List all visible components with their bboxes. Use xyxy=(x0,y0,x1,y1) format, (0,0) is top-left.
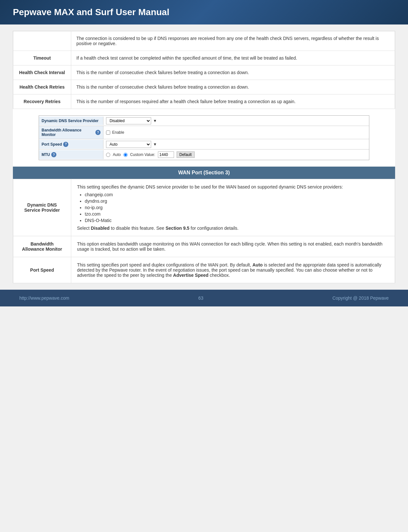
bandwidth-checkbox[interactable] xyxy=(106,131,110,135)
table-row: Recovery Retries This is the number of r… xyxy=(13,94,395,109)
mtu-help-icon[interactable]: ? xyxy=(51,152,56,157)
portspeed-select[interactable]: Auto xyxy=(106,141,151,148)
footer-page: 63 xyxy=(198,295,203,301)
main-label-portspeed: Port Speed xyxy=(13,257,71,283)
mtu-label-text: MTU xyxy=(42,152,50,157)
list-item: dyndns.org xyxy=(85,198,389,204)
dns-providers-list: changeip.com dyndns.org no-ip.org tzo.co… xyxy=(85,192,389,223)
main-table: Dynamic DNS Service Provider This settin… xyxy=(13,179,395,283)
page-header: Pepwave MAX and Surf User Manual xyxy=(0,0,408,24)
row-description: This is the number of consecutive check … xyxy=(71,65,395,80)
main-desc-bandwidth: This option enables bandwidth usage moni… xyxy=(71,236,395,257)
form-row-bandwidth: Bandwidth Allowance Monitor ? Enable xyxy=(39,126,369,139)
form-screenshot: Dynamic DNS Service Provider Disabled ▼ … xyxy=(39,115,369,160)
form-row-portspeed: Port Speed ? Auto ▼ xyxy=(39,139,369,150)
mtu-auto-radio[interactable] xyxy=(106,153,110,157)
table-row-portspeed: Port Speed This setting specifies port s… xyxy=(13,257,395,283)
section-title: WAN Port (Section 3) xyxy=(178,170,230,175)
footer-url: http://www.pepwave.com xyxy=(19,295,69,301)
page-footer: http://www.pepwave.com 63 Copyright @ 20… xyxy=(0,290,408,306)
top-table: The connection is considered to be up if… xyxy=(13,31,395,109)
bandwidth-label-text: Bandwidth Allowance Monitor xyxy=(42,128,94,137)
list-item: no-ip.org xyxy=(85,205,389,210)
row-label: Timeout xyxy=(13,51,71,65)
form-label-bandwidth: Bandwidth Allowance Monitor ? xyxy=(39,126,103,139)
row-label: Health Check Retries xyxy=(13,80,71,94)
mtu-radio-group: Auto Custom Value: Default xyxy=(106,151,195,158)
mtu-custom-input[interactable] xyxy=(158,151,174,158)
wan-port-section-header: WAN Port (Section 3) xyxy=(13,167,395,179)
portspeed-dropdown-icon: ▼ xyxy=(153,142,157,147)
top-section: The connection is considered to be up if… xyxy=(13,31,395,283)
row-description: This is the number of responses required… xyxy=(71,94,395,109)
table-row: The connection is considered to be up if… xyxy=(13,31,395,51)
form-label-mtu: MTU ? xyxy=(39,150,103,159)
ddns-select[interactable]: Disabled xyxy=(106,117,151,124)
page-title: Pepwave MAX and Surf User Manual xyxy=(13,7,395,17)
table-row-ddns: Dynamic DNS Service Provider This settin… xyxy=(13,179,395,236)
portspeed-help-icon[interactable]: ? xyxy=(63,142,68,147)
row-description: The connection is considered to be up if… xyxy=(71,31,395,51)
table-row: Timeout If a health check test cannot be… xyxy=(13,51,395,65)
bandwidth-help-icon[interactable]: ? xyxy=(95,130,101,135)
form-label-portspeed: Port Speed ? xyxy=(39,140,103,149)
mtu-default-button[interactable]: Default xyxy=(177,151,195,158)
form-row-mtu: MTU ? Auto Custom Value: Default xyxy=(39,150,369,160)
form-control-mtu: Auto Custom Value: Default xyxy=(103,150,369,159)
form-row-ddns: Dynamic DNS Service Provider Disabled ▼ xyxy=(39,116,369,126)
mtu-custom-radio[interactable] xyxy=(123,153,128,157)
table-row: Health Check Interval This is the number… xyxy=(13,65,395,80)
row-description: This is the number of consecutive check … xyxy=(71,80,395,94)
row-label xyxy=(13,31,71,51)
form-control-bandwidth: Enable xyxy=(103,129,369,136)
ddns-label-text: Dynamic DNS Service Provider xyxy=(42,119,99,123)
form-control-ddns: Disabled ▼ xyxy=(103,116,369,126)
mtu-custom-label: Custom Value: xyxy=(130,152,155,157)
main-desc-ddns: This setting specifies the dynamic DNS s… xyxy=(71,179,395,236)
row-label: Recovery Retries xyxy=(13,94,71,109)
mtu-auto-label: Auto xyxy=(113,152,121,157)
main-desc-portspeed: This setting specifies port speed and du… xyxy=(71,257,395,283)
list-item: tzo.com xyxy=(85,211,389,217)
row-label: Health Check Interval xyxy=(13,65,71,80)
list-item: DNS-O-Matic xyxy=(85,218,389,223)
main-label-ddns: Dynamic DNS Service Provider xyxy=(13,179,71,236)
ddns-dropdown-icon: ▼ xyxy=(153,119,157,123)
row-description: If a health check test cannot be complet… xyxy=(71,51,395,65)
list-item: changeip.com xyxy=(85,192,389,197)
table-row-bandwidth: Bandwidth Allowance Monitor This option … xyxy=(13,236,395,257)
main-label-bandwidth: Bandwidth Allowance Monitor xyxy=(13,236,71,257)
footer-copyright: Copyright @ 2018 Pepwave xyxy=(332,295,389,301)
portspeed-label-text: Port Speed xyxy=(42,142,62,147)
form-label-ddns: Dynamic DNS Service Provider xyxy=(39,117,103,125)
bandwidth-enable-label: Enable xyxy=(112,130,124,135)
form-control-portspeed: Auto ▼ xyxy=(103,140,369,149)
table-row: Health Check Retries This is the number … xyxy=(13,80,395,94)
